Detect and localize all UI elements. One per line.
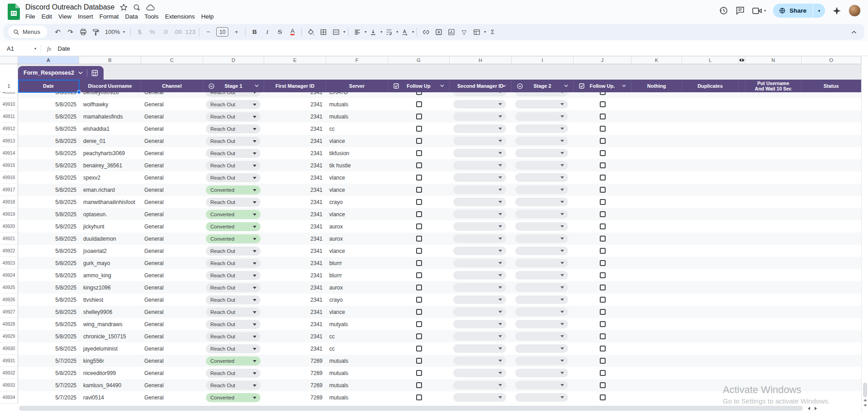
cell-h[interactable]: [450, 306, 512, 318]
cell-date[interactable]: 5/8/2025: [18, 220, 79, 233]
menu-extensions[interactable]: Extensions: [162, 12, 198, 21]
cell-n[interactable]: [745, 159, 802, 171]
cell-server[interactable]: blurrr: [326, 257, 388, 269]
cell-g[interactable]: [388, 184, 450, 196]
cell-i[interactable]: [512, 184, 574, 196]
font-size-input[interactable]: 10: [216, 27, 228, 37]
follow-up-checkbox[interactable]: [600, 236, 606, 242]
stage-chip[interactable]: Reach Out: [206, 381, 261, 390]
cell-g[interactable]: [388, 379, 450, 391]
cell-stage1[interactable]: Converted: [203, 220, 264, 233]
cell-server[interactable]: aurox: [326, 281, 388, 294]
cell-o[interactable]: [802, 98, 861, 110]
cell-stage1[interactable]: Reach Out: [203, 171, 264, 184]
empty-dropdown-pill[interactable]: [515, 210, 568, 218]
cell-k[interactable]: [631, 245, 682, 257]
empty-dropdown-pill[interactable]: [515, 356, 568, 365]
sheets-logo-icon[interactable]: [8, 4, 20, 20]
cell-k[interactable]: [631, 208, 682, 220]
stage-chip[interactable]: Reach Out: [206, 112, 261, 121]
row-number[interactable]: 49912: [0, 123, 18, 135]
follow-up-checkbox[interactable]: [600, 260, 606, 266]
cell-i[interactable]: [512, 159, 574, 171]
cell-username[interactable]: kingsz1096: [79, 281, 141, 294]
row-number[interactable]: 49916: [0, 171, 18, 184]
empty-dropdown-pill[interactable]: [453, 210, 506, 218]
cell-username[interactable]: wing_mandraws: [79, 318, 141, 330]
cell-date[interactable]: 5/8/2025: [18, 257, 79, 269]
cell-channel[interactable]: General: [141, 196, 203, 208]
empty-dropdown-pill[interactable]: [453, 259, 506, 267]
follow-up-checkbox[interactable]: [416, 272, 422, 278]
cell-g[interactable]: [388, 92, 450, 98]
cell-server[interactable]: tik hustle: [326, 159, 388, 171]
column-letter-G[interactable]: G: [388, 57, 450, 64]
cell-n[interactable]: [745, 306, 802, 318]
cell-channel[interactable]: General: [141, 342, 203, 355]
follow-up-checkbox[interactable]: [416, 321, 422, 327]
empty-dropdown-pill[interactable]: [515, 100, 568, 109]
follow-up-checkbox[interactable]: [600, 199, 606, 205]
cell-n[interactable]: [745, 135, 802, 147]
cell-manager1[interactable]: 2341: [264, 159, 326, 171]
increase-decimals-button[interactable]: .00: [171, 26, 184, 38]
follow-up-checkbox[interactable]: [600, 175, 606, 180]
empty-dropdown-pill[interactable]: [453, 161, 506, 170]
cell-o[interactable]: [802, 135, 861, 147]
cell-g[interactable]: [388, 196, 450, 208]
follow-up-checkbox[interactable]: [600, 223, 606, 229]
stage-chip[interactable]: Reach Out: [206, 92, 261, 97]
cell-username[interactable]: ttvshiest: [79, 294, 141, 306]
cell-o[interactable]: [802, 330, 861, 342]
cell-i[interactable]: [512, 171, 574, 184]
follow-up-checkbox[interactable]: [600, 162, 606, 168]
cell-stage1[interactable]: Reach Out: [203, 281, 264, 294]
cell-channel[interactable]: General: [141, 184, 203, 196]
menu-format[interactable]: Format: [96, 12, 122, 21]
cell-o[interactable]: [802, 281, 861, 294]
cell-o[interactable]: [802, 196, 861, 208]
stage-chip[interactable]: Reach Out: [206, 149, 261, 158]
cell-k[interactable]: [631, 147, 682, 159]
undo-button[interactable]: ↶: [52, 26, 64, 38]
cell-server[interactable]: mutuals: [326, 367, 388, 379]
cell-server[interactable]: cc: [326, 330, 388, 342]
cell-o[interactable]: [802, 208, 861, 220]
stage-chip[interactable]: Converted: [206, 222, 261, 231]
cell-n[interactable]: [745, 184, 802, 196]
cell-o[interactable]: [802, 306, 861, 318]
cell-o[interactable]: [802, 171, 861, 184]
follow-up-checkbox[interactable]: [600, 321, 606, 327]
cell-stage1[interactable]: Reach Out: [203, 269, 264, 281]
cell-o[interactable]: [802, 269, 861, 281]
cell-n[interactable]: [745, 123, 802, 135]
empty-dropdown-pill[interactable]: [515, 271, 568, 280]
cell-m[interactable]: [739, 342, 745, 355]
cell-channel[interactable]: General: [141, 123, 203, 135]
cell-j[interactable]: [574, 269, 631, 281]
scroll-right-icon[interactable]: [815, 407, 817, 410]
cell-n[interactable]: [745, 257, 802, 269]
cell-m[interactable]: [739, 184, 745, 196]
strikethrough-button[interactable]: S: [274, 26, 286, 38]
cell-m[interactable]: [739, 269, 745, 281]
cloud-status-icon[interactable]: [146, 4, 155, 11]
cell-j[interactable]: [574, 171, 631, 184]
cell-h[interactable]: [450, 233, 512, 245]
cell-k[interactable]: [631, 135, 682, 147]
cell-i[interactable]: [512, 330, 574, 342]
decrease-font-size-button[interactable]: −: [202, 26, 214, 38]
cell-j[interactable]: [574, 123, 631, 135]
cell-channel[interactable]: General: [141, 233, 203, 245]
cell-l[interactable]: [682, 92, 739, 98]
cell-l[interactable]: [682, 306, 739, 318]
empty-dropdown-pill[interactable]: [453, 271, 506, 280]
header-caret-icon[interactable]: [255, 85, 259, 87]
cell-g[interactable]: [388, 123, 450, 135]
row-number[interactable]: 49926: [0, 294, 18, 306]
follow-up-checkbox[interactable]: [416, 394, 422, 400]
cell-n[interactable]: [745, 355, 802, 367]
row-number[interactable]: 49918: [0, 196, 18, 208]
cell-server[interactable]: mutuals: [326, 110, 388, 123]
follow-up-checkbox[interactable]: [416, 285, 422, 290]
